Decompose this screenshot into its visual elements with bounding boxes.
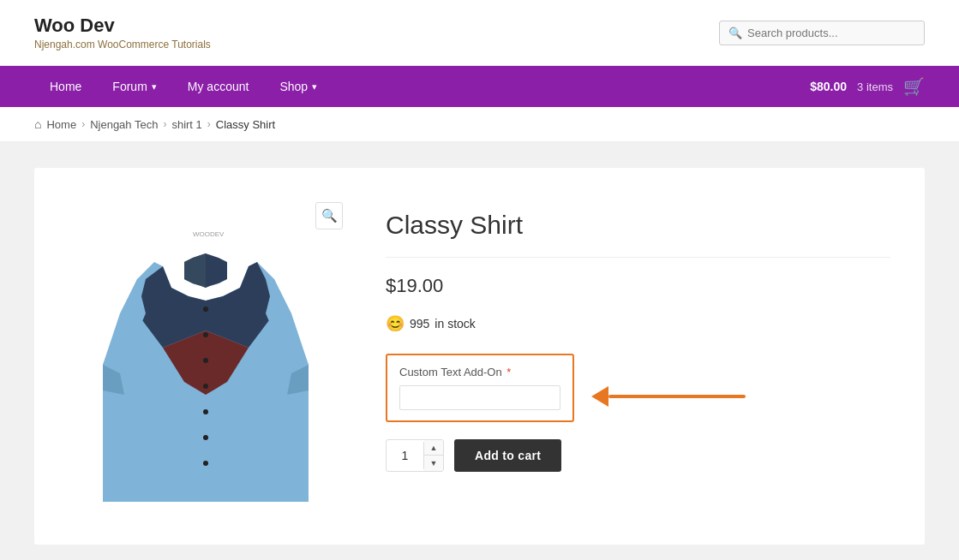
svg-point-2: [203, 358, 208, 363]
nav-item-myaccount[interactable]: My account: [172, 66, 265, 107]
chevron-down-icon: ▾: [152, 81, 157, 92]
site-nav: Home Forum ▾ My account Shop ▾ $80.00 3 …: [0, 66, 959, 107]
quantity-input[interactable]: 1: [387, 442, 424, 469]
quantity-arrows: ▲ ▼: [424, 440, 443, 471]
product-image: WOODEV: [69, 202, 343, 510]
svg-point-5: [203, 435, 208, 440]
svg-point-6: [203, 461, 208, 466]
nav-links: Home Forum ▾ My account Shop ▾: [34, 66, 333, 107]
product-details: Classy Shirt $19.00 😊 995 in stock Custo…: [386, 202, 890, 510]
nav-item-shop[interactable]: Shop ▾: [264, 66, 333, 107]
addon-label: Custom Text Add-On *: [399, 366, 560, 378]
cart-total: $80.00: [810, 80, 847, 93]
breadcrumb-shirt1-link[interactable]: shirt 1: [171, 118, 201, 131]
cart-count: 3 items: [857, 80, 893, 93]
quantity-wrap: 1 ▲ ▼: [386, 439, 444, 472]
product-image-wrap: 🔍: [69, 202, 343, 510]
arrow-line: [608, 395, 746, 398]
quantity-up-button[interactable]: ▲: [424, 440, 443, 456]
addon-required-star: *: [506, 366, 511, 378]
stock-info: 😊 995 in stock: [386, 314, 890, 333]
breadcrumb-separator: ›: [207, 118, 211, 130]
product-title: Classy Shirt: [386, 211, 890, 258]
svg-point-0: [203, 307, 208, 312]
arrow-head: [591, 386, 608, 407]
search-form[interactable]: 🔍: [719, 21, 925, 45]
breadcrumb-current: Classy Shirt: [216, 118, 275, 131]
site-header: Woo Dev Njengah.com WooCommerce Tutorial…: [0, 0, 959, 66]
nav-item-forum[interactable]: Forum ▾: [97, 66, 171, 107]
product-card: 🔍: [34, 168, 925, 545]
arrow-annotation: [592, 386, 746, 407]
site-tagline: Njengah.com WooCommerce Tutorials: [34, 39, 211, 52]
site-branding: Woo Dev Njengah.com WooCommerce Tutorial…: [34, 14, 211, 51]
stock-icon: 😊: [386, 314, 405, 333]
home-icon: ⌂: [34, 117, 41, 131]
breadcrumb-separator: ›: [163, 118, 166, 130]
svg-point-4: [203, 409, 208, 414]
quantity-down-button[interactable]: ▼: [424, 456, 443, 471]
cart-icon[interactable]: 🛒: [903, 76, 925, 97]
nav-item-home[interactable]: Home: [34, 66, 97, 107]
main-content: 🔍: [0, 142, 959, 560]
breadcrumb-wrap: ⌂ Home › Njengah Tech › shirt 1 › Classy…: [0, 107, 959, 142]
custom-addon-box: Custom Text Add-On *: [386, 354, 574, 422]
breadcrumb-home-link[interactable]: Home: [46, 118, 76, 131]
purchase-row: 1 ▲ ▼ Add to cart: [386, 439, 890, 472]
breadcrumb-separator: ›: [81, 118, 85, 130]
cart-area: $80.00 3 items 🛒: [810, 76, 925, 97]
search-icon: 🔍: [728, 27, 742, 39]
breadcrumb: ⌂ Home › Njengah Tech › shirt 1 › Classy…: [34, 117, 925, 131]
addon-text-input[interactable]: [399, 385, 560, 410]
svg-point-1: [203, 332, 208, 337]
site-title: Woo Dev: [34, 14, 211, 39]
stock-label: in stock: [435, 317, 475, 331]
breadcrumb-njengahtech-link[interactable]: Njengah Tech: [90, 118, 158, 131]
product-price: $19.00: [386, 275, 890, 297]
svg-point-3: [203, 384, 208, 389]
search-input[interactable]: [747, 27, 915, 39]
chevron-down-icon: ▾: [312, 81, 317, 92]
product-shirt-svg: WOODEV: [94, 211, 317, 502]
svg-text:WOODEV: WOODEV: [193, 230, 225, 238]
add-to-cart-button[interactable]: Add to cart: [454, 439, 561, 472]
stock-count: 995: [410, 317, 429, 331]
